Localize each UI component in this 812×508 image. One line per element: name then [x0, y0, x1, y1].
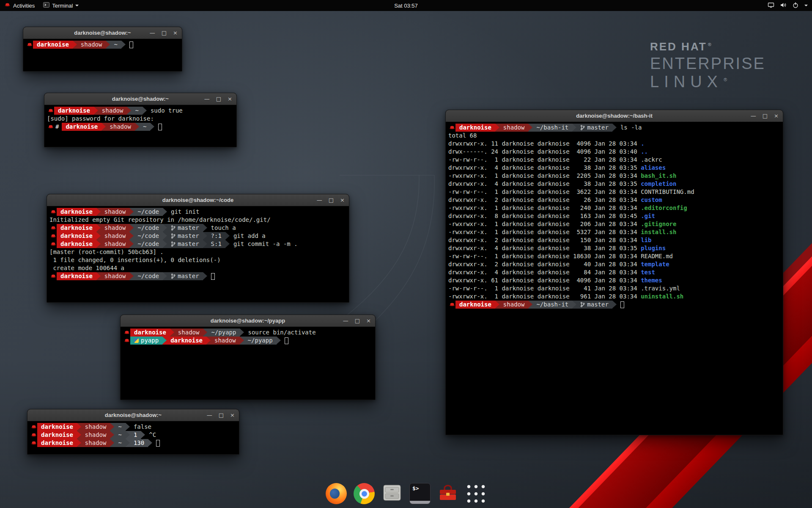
prompt-line: darknoiseshadow~/pyappsource bin/activat… — [123, 329, 373, 337]
maximize-button[interactable]: □ — [219, 412, 224, 418]
prompt-segment-git: master — [576, 124, 612, 132]
powerline-separator — [495, 124, 499, 132]
clock-label[interactable]: Sat 03:57 — [394, 3, 418, 9]
powerline-separator — [612, 124, 617, 132]
powerline-separator — [129, 232, 134, 240]
system-menu[interactable] — [768, 2, 808, 10]
dock-terminal[interactable]: $> — [409, 483, 431, 505]
titlebar[interactable]: darknoise@shadow:~/bash-it—□× — [446, 110, 783, 122]
terminal-cursor — [620, 301, 624, 308]
powerline-separator — [240, 329, 244, 337]
power-icon — [792, 2, 799, 10]
terminal-output-line: create mode 100644 a — [49, 264, 346, 272]
window-title: darknoise@shadow:~/bash-it — [446, 110, 783, 121]
dock-app-grid[interactable] — [465, 483, 487, 505]
prompt-line: darknoiseshadow~1^C — [30, 431, 236, 439]
terminal-body[interactable]: darknoiseshadow~/codegit initInitialized… — [47, 206, 349, 282]
powerline-separator — [77, 431, 81, 439]
file-name: . — [641, 140, 644, 147]
git-branch-icon — [580, 302, 585, 307]
file-name: lib — [641, 237, 651, 243]
minimize-button[interactable]: — — [150, 30, 155, 36]
app-menu-button[interactable]: Terminal — [43, 2, 79, 9]
powerline-separator — [225, 232, 230, 240]
terminal-output-line: drwxrwxr-x. 4 darknoise darknoise 84 Jan… — [448, 268, 780, 276]
titlebar[interactable]: darknoise@shadow:~—□× — [23, 27, 182, 39]
maximize-button[interactable]: □ — [763, 113, 768, 119]
prompt-segment-user: darknoise — [455, 124, 495, 132]
terminal-output-line: drwx------. 24 darknoise darknoise 4096 … — [448, 148, 780, 156]
prompt-segment-path: ~ — [110, 41, 121, 49]
terminal-cursor — [129, 41, 133, 48]
powerline-separator — [206, 337, 211, 345]
maximize-button[interactable]: □ — [355, 318, 360, 324]
dock-software[interactable] — [437, 483, 459, 505]
terminal-icon: $> — [409, 483, 431, 504]
firefox-icon — [326, 483, 347, 504]
chrome-icon — [354, 483, 375, 504]
close-button[interactable]: × — [230, 412, 235, 418]
close-button[interactable]: × — [173, 30, 178, 36]
powerline-separator — [225, 240, 230, 248]
prompt-segment-path: ~/code — [134, 232, 163, 240]
chevron-down-icon — [75, 5, 79, 6]
prompt-segment-git: master — [167, 240, 203, 248]
maximize-button[interactable]: □ — [162, 30, 167, 36]
prompt-segment-path: ~/bash-it — [532, 124, 572, 132]
terminal-body[interactable]: darknoiseshadow~falsedarknoiseshadow~1^C… — [27, 421, 239, 449]
close-button[interactable]: × — [366, 318, 371, 324]
redhat-prompt-icon — [49, 209, 57, 215]
top-bar: Activities Terminal Sat 03:57 — [0, 0, 812, 11]
terminal-body[interactable]: darknoiseshadow~ — [23, 39, 182, 50]
prompt-segment-user: darknoise — [33, 41, 73, 49]
terminal-output-line: drwxrwxr-x. 61 darknoise darknoise 4096 … — [448, 276, 780, 284]
powerline-separator — [572, 124, 576, 132]
titlebar[interactable]: darknoise@shadow:~/code—□× — [47, 194, 349, 206]
minimize-button[interactable]: — — [204, 96, 210, 102]
titlebar[interactable]: darknoise@shadow:~—□× — [27, 409, 239, 421]
powerline-separator — [96, 224, 101, 232]
activities-button[interactable]: Activities — [4, 2, 35, 9]
maximize-button[interactable]: □ — [329, 197, 334, 203]
prompt-segment-host: shadow — [106, 123, 135, 131]
minimize-button[interactable]: — — [317, 197, 322, 203]
powerline-separator — [135, 123, 139, 131]
powerline-separator — [572, 301, 576, 309]
terminal-output-line: -rwxrwxr-x. 1 darknoise darknoise 961 Ja… — [448, 293, 780, 301]
minimize-button[interactable]: — — [207, 412, 212, 418]
minimize-button[interactable]: — — [751, 113, 756, 119]
toolbox-icon — [437, 482, 459, 505]
close-button[interactable]: × — [340, 197, 345, 203]
app-menu-label: Terminal — [52, 3, 73, 9]
prompt-segment-user: darknoise — [37, 431, 77, 439]
prompt-segment-venv: pyapp — [130, 337, 162, 345]
close-button[interactable]: × — [774, 113, 779, 119]
titlebar[interactable]: darknoise@shadow:~—□× — [44, 93, 236, 105]
window-controls: —□× — [207, 409, 235, 421]
terminal-body[interactable]: darknoiseshadow~sudo true[sudo] password… — [44, 105, 236, 133]
prompt-segment-exit: 1 — [130, 431, 141, 439]
redhat-prompt-icon — [49, 225, 57, 231]
terminal-cursor — [211, 273, 215, 280]
prompt-segment-user: darknoise — [57, 224, 96, 232]
dock-chrome[interactable] — [353, 483, 375, 505]
powerline-separator — [203, 272, 207, 280]
dock-files[interactable] — [381, 483, 403, 505]
minimize-button[interactable]: — — [343, 318, 348, 324]
maximize-button[interactable]: □ — [216, 96, 221, 102]
powerline-separator — [148, 439, 152, 447]
terminal-body[interactable]: darknoiseshadow~/pyappsource bin/activat… — [121, 327, 375, 346]
terminal-body[interactable]: darknoiseshadow~/bash-itmasterls -latota… — [446, 122, 783, 310]
titlebar[interactable]: darknoise@shadow:~/pyapp—□× — [121, 315, 375, 327]
dock-firefox[interactable] — [325, 483, 347, 505]
powerline-separator — [96, 240, 101, 248]
prompt-segment-user: darknoise — [54, 107, 94, 115]
powerline-separator — [77, 439, 81, 447]
terminal-output-line: drwxrwxr-x. 4 darknoise darknoise 38 Jan… — [448, 180, 780, 188]
terminal-output-line: drwxrwxr-x. 2 darknoise darknoise 40 Jan… — [448, 260, 780, 268]
prompt-segment-host: shadow — [211, 337, 240, 345]
command-text: false — [130, 423, 151, 431]
close-button[interactable]: × — [228, 96, 232, 102]
prompt-segment-user: darknoise — [62, 123, 102, 131]
prompt-segment-user: darknoise — [455, 301, 495, 309]
